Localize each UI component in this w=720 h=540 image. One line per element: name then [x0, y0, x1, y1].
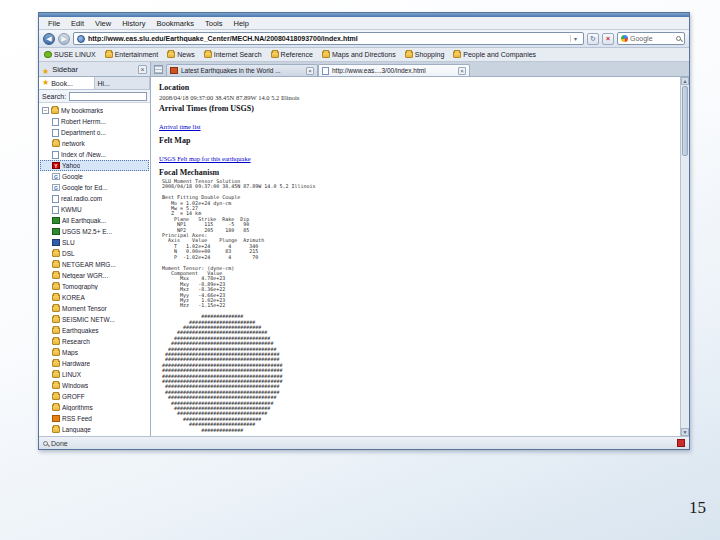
- bookmark-tree-item-selected[interactable]: Yahoo: [40, 160, 149, 171]
- bookmark-tree-item[interactable]: Language: [40, 424, 149, 435]
- bookmark-tree-item[interactable]: SEISMIC NETW...: [40, 314, 149, 325]
- browser-window: File Edit View History Bookmarks Tools H…: [38, 12, 690, 450]
- bookmark-label: Robert Herrm...: [61, 118, 106, 125]
- bookmark-icon: [52, 217, 60, 224]
- folder-icon: [271, 51, 279, 58]
- arrival-times-link[interactable]: Arrival time list: [159, 123, 201, 130]
- tab-close-icon[interactable]: [306, 67, 314, 75]
- bookmark-bar-item[interactable]: Shopping: [405, 51, 445, 58]
- bookmark-bar-item[interactable]: News: [167, 51, 195, 58]
- stop-button[interactable]: [602, 33, 614, 45]
- bookmark-label: Language: [62, 426, 91, 433]
- bookmark-tree-item[interactable]: LINUX: [40, 369, 149, 380]
- bookmark-icon: [52, 151, 59, 159]
- tab-favicon: [170, 67, 178, 74]
- bookmark-tree-item[interactable]: DSL: [40, 248, 149, 259]
- bookmark-icon: [52, 173, 60, 180]
- scrollbar-thumb[interactable]: [682, 86, 688, 156]
- menu-item-help[interactable]: Help: [229, 19, 254, 28]
- bookmark-tree-item[interactable]: RSS Feed: [40, 413, 149, 424]
- felt-map-link[interactable]: USGS Felt map for this earthquake: [159, 155, 251, 162]
- bookmark-bar-label: SUSE LINUX: [54, 51, 96, 58]
- menu-item-edit[interactable]: Edit: [66, 19, 89, 28]
- folder-icon: [105, 51, 113, 58]
- bookmark-bar-item[interactable]: SUSE LINUX: [44, 51, 96, 58]
- bookmark-tree-item[interactable]: USGS M2.5+ E...: [40, 226, 149, 237]
- bookmark-tree-item[interactable]: Hardware: [40, 358, 149, 369]
- content-scrollbar[interactable]: [680, 77, 689, 436]
- address-dropdown-icon[interactable]: [570, 35, 580, 42]
- bookmark-tree-item[interactable]: SLU: [40, 237, 149, 248]
- bookmark-label: My bookmarks: [61, 107, 103, 114]
- bookmark-tree-item[interactable]: My bookmarks: [40, 105, 149, 116]
- bookmark-label: Moment Tensor: [62, 305, 107, 312]
- collapse-icon[interactable]: [42, 107, 49, 114]
- bookmark-tree-item[interactable]: Index of /New...: [40, 149, 149, 160]
- bookmark-tree-item[interactable]: Earthquakes: [40, 325, 149, 336]
- menu-item-file[interactable]: File: [43, 19, 65, 28]
- search-label: Search:: [42, 93, 66, 100]
- menu-item-view[interactable]: View: [90, 19, 116, 28]
- bookmark-tree-item[interactable]: Department o...: [40, 127, 149, 138]
- menu-item-tools[interactable]: Tools: [200, 19, 228, 28]
- search-icon[interactable]: [676, 36, 681, 41]
- bookmark-tree-item[interactable]: Maps: [40, 347, 149, 358]
- forward-button[interactable]: ▶: [58, 33, 70, 45]
- slide: { "slide": { "page_number": "15" }, "bro…: [0, 0, 720, 540]
- reload-button[interactable]: [587, 33, 599, 45]
- bookmark-tree-item[interactable]: network: [40, 138, 149, 149]
- scroll-up-icon[interactable]: [681, 77, 689, 85]
- bookmark-label: KOREA: [62, 294, 85, 301]
- bookmark-bar-label: Shopping: [415, 51, 445, 58]
- menu-item-bookmarks[interactable]: Bookmarks: [152, 19, 200, 28]
- tab-list-icon[interactable]: [154, 65, 163, 74]
- tab-favicon: [322, 67, 329, 75]
- bookmark-bar-item[interactable]: Maps and Directions: [322, 51, 396, 58]
- bookmark-label: Research: [62, 338, 90, 345]
- bookmark-tree-item[interactable]: NETGEAR MRG...: [40, 259, 149, 270]
- scroll-down-icon[interactable]: [681, 428, 689, 436]
- bookmark-tree-item[interactable]: Algorithms: [40, 402, 149, 413]
- bookmark-bar-label: Internet Search: [214, 51, 262, 58]
- bookmark-icon: [52, 294, 60, 301]
- bookmark-tree-item[interactable]: All Earthquak...: [40, 215, 149, 226]
- bookmark-tree-item[interactable]: Google for Ed...: [40, 182, 149, 193]
- bookmark-label: real.radio.com: [61, 195, 102, 202]
- bookmark-bar-item[interactable]: Entertainment: [105, 51, 159, 58]
- bookmark-bar-item[interactable]: People and Companies: [453, 51, 536, 58]
- status-search-icon: [43, 441, 48, 446]
- bookmark-tree-item[interactable]: KWMU: [40, 204, 149, 215]
- bookmark-star-icon: [42, 60, 49, 78]
- tab-latest-earthquakes[interactable]: Latest Earthquakes in the World ...: [166, 64, 318, 76]
- menu-item-history[interactable]: History: [117, 19, 150, 28]
- search-box[interactable]: Google: [617, 32, 685, 45]
- sidebar-title: Sidebar: [52, 65, 78, 74]
- sidebar-tab-bookmarks[interactable]: Book...: [39, 77, 95, 89]
- sidebar-close-button[interactable]: [138, 65, 147, 74]
- bookmark-label: USGS M2.5+ E...: [62, 228, 112, 235]
- bookmark-icon: [52, 327, 60, 334]
- sidebar-search-input[interactable]: [69, 92, 147, 101]
- bookmark-bar-label: People and Companies: [463, 51, 536, 58]
- bookmark-tree-item[interactable]: GROFF: [40, 391, 149, 402]
- tab-close-icon[interactable]: [458, 67, 466, 75]
- bookmark-tree-item[interactable]: Robert Herrm...: [40, 116, 149, 127]
- focal-mechanism-text: SLU Moment Tensor Solution 2008/04/18 09…: [159, 179, 672, 433]
- bookmark-icon: [52, 316, 60, 323]
- bookmark-tree-item[interactable]: Moment Tensor: [40, 303, 149, 314]
- address-bar[interactable]: http://www.eas.slu.edu/Earthquake_Center…: [73, 32, 584, 45]
- tab-eas-index[interactable]: http://www.eas....3/00/index.html: [318, 64, 470, 76]
- bookmark-tree-item[interactable]: Google: [40, 171, 149, 182]
- bookmark-tree-item[interactable]: Netgear WGR...: [40, 270, 149, 281]
- bookmark-tree-item[interactable]: Tomography: [40, 281, 149, 292]
- bookmark-tree-item[interactable]: KOREA: [40, 292, 149, 303]
- sidebar-tab-history[interactable]: Hi...: [95, 77, 151, 89]
- back-button[interactable]: ◀: [43, 33, 55, 45]
- bookmark-icon: [52, 404, 60, 411]
- bookmark-tree-item[interactable]: Research: [40, 336, 149, 347]
- bookmark-bar-item[interactable]: Internet Search: [204, 51, 262, 58]
- bookmark-bar-item[interactable]: Reference: [271, 51, 313, 58]
- bookmark-tree-item[interactable]: real.radio.com: [40, 193, 149, 204]
- bookmark-tree-item[interactable]: Windows: [40, 380, 149, 391]
- url-text: http://www.eas.slu.edu/Earthquake_Center…: [88, 35, 358, 42]
